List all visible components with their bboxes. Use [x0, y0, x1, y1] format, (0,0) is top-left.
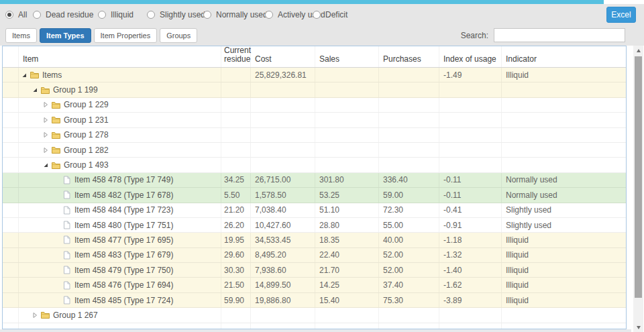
cell-purchases: [379, 113, 439, 127]
filter-option-label: All: [18, 10, 27, 19]
tree-row[interactable]: Item 458 476 (Type 17 694)21.5014,899.50…: [3, 278, 626, 292]
column-header-cost[interactable]: Cost: [251, 46, 315, 67]
tree-row[interactable]: Item 458 482 (Type 17 678)5.501,578.5053…: [3, 188, 626, 203]
tree-row[interactable]: Items25,829,326.81-1.49Illiquid: [3, 68, 626, 82]
tree-node-label: Item 458 482 (Type 17 678): [74, 190, 173, 200]
cell-indicator: Illiquid: [502, 263, 626, 277]
row-gutter-cell: [3, 308, 19, 322]
cell-index-of-usage: -1.40: [439, 263, 502, 277]
tab-items[interactable]: Items: [5, 28, 37, 43]
row-gutter-cell: [3, 82, 19, 97]
filter-option-label: Normally used: [216, 10, 268, 19]
cell-item: Group 1 267: [19, 308, 221, 322]
tab-item-properties[interactable]: Item Properties: [94, 28, 158, 43]
cell-item: Item 458 483 (Type 17 679): [19, 248, 221, 262]
tab-groups[interactable]: Groups: [160, 28, 197, 43]
cell-purchases: 72.30: [379, 203, 439, 217]
tree-row[interactable]: Item 458 480 (Type 17 751)26.2010,427.60…: [3, 218, 626, 233]
cell-current-residue: 26.20: [221, 218, 251, 232]
cell-index-of-usage: [439, 158, 502, 172]
radio-button-icon: [33, 11, 41, 19]
tree-row[interactable]: Group 1 231: [3, 113, 626, 127]
column-header-current-residue[interactable]: Current residue: [221, 46, 251, 67]
cell-current-residue: 21.50: [221, 278, 251, 292]
column-header-sales[interactable]: Sales: [315, 46, 379, 67]
filter-radio-slightly-used[interactable]: Slightly used: [147, 4, 205, 25]
cell-item: Item 458 478 (Type 17 749): [19, 173, 221, 187]
tree-row[interactable]: Group 1 199: [3, 82, 626, 97]
row-gutter-cell: [3, 98, 19, 112]
cell-cost: 1,578.50: [251, 188, 315, 202]
column-header-purchases[interactable]: Purchases: [379, 46, 439, 67]
tree-node-label: Group 1 267: [53, 311, 98, 320]
collapse-arrow-icon[interactable]: [31, 311, 39, 319]
filter-radio-illiquid[interactable]: Illiquid: [98, 4, 133, 25]
cell-purchases: [379, 98, 439, 112]
tree-row[interactable]: Group 1 493: [3, 158, 626, 172]
tree-row[interactable]: Item 458 478 (Type 17 749)34.2526,715.00…: [3, 173, 626, 188]
vertical-scrollbar[interactable]: [633, 46, 643, 332]
column-header-index-of-usage[interactable]: Index of usage: [439, 46, 502, 67]
scroll-down-button[interactable]: [633, 323, 643, 332]
cell-purchases: [379, 82, 439, 97]
excel-export-button[interactable]: Excel: [606, 7, 636, 23]
column-header-indicator[interactable]: Indicator: [502, 46, 626, 67]
filter-radio-deficit[interactable]: Deficit: [313, 4, 347, 25]
search-label: Search:: [461, 31, 488, 40]
tab-item-types[interactable]: Item Types: [40, 28, 91, 43]
cell-current-residue: [221, 143, 251, 157]
collapse-arrow-icon[interactable]: [42, 116, 50, 124]
tree-row[interactable]: Item 458 477 (Type 17 695)19.9534,533.45…: [3, 233, 626, 247]
tree-row[interactable]: Group 1 267: [3, 308, 626, 323]
scroll-up-button[interactable]: [633, 46, 643, 55]
cell-sales: [315, 158, 379, 172]
cell-purchases: 52.00: [379, 263, 439, 277]
tree-node-label: Items: [42, 70, 62, 80]
cell-index-of-usage: -1.32: [439, 248, 502, 262]
scrollbar-thumb[interactable]: [635, 56, 642, 298]
radio-button-icon: [5, 11, 13, 19]
search-input[interactable]: [494, 28, 625, 42]
tree-row[interactable]: Item 458 479 (Type 17 750)30.307,938.602…: [3, 263, 626, 278]
cell-sales: 22.40: [315, 248, 379, 262]
filter-option-label: Illiquid: [111, 10, 133, 19]
cell-cost: [251, 143, 315, 157]
document-icon: [61, 205, 72, 215]
cell-current-residue: 21.20: [221, 203, 251, 217]
cell-indicator: Illiquid: [502, 233, 626, 247]
collapse-arrow-icon[interactable]: [42, 131, 50, 139]
expand-arrow-icon[interactable]: [20, 71, 28, 79]
cell-cost: 8,495.20: [251, 248, 315, 262]
tree-row[interactable]: Item 458 484 (Type 17 723)21.207,038.405…: [3, 203, 626, 218]
cell-index-of-usage: -3.89: [439, 293, 502, 307]
folder-icon: [50, 146, 61, 155]
cell-sales: 53.25: [315, 188, 379, 202]
cell-current-residue: 29.60: [221, 248, 251, 262]
expand-arrow-icon[interactable]: [42, 161, 50, 169]
tree-row[interactable]: Group 1 229: [3, 98, 626, 113]
expand-arrow-icon[interactable]: [31, 86, 39, 94]
folder-icon: [50, 130, 61, 140]
cell-sales: 51.10: [315, 203, 379, 217]
cell-index-of-usage: -1.49: [439, 68, 502, 82]
cell-current-residue: [221, 82, 251, 97]
collapse-arrow-icon[interactable]: [42, 146, 50, 154]
document-icon: [61, 296, 72, 305]
filter-radio-dead-residue[interactable]: Dead residue: [33, 4, 93, 25]
cell-cost: 7,938.60: [251, 263, 315, 277]
filter-radio-all[interactable]: All: [5, 4, 27, 25]
tree-row[interactable]: Group 1 282: [3, 143, 626, 158]
column-header-item[interactable]: Item: [19, 46, 221, 67]
collapse-arrow-icon[interactable]: [42, 101, 50, 109]
cell-index-of-usage: -0.41: [439, 203, 502, 217]
cell-indicator: [502, 143, 626, 157]
grid-body: Items25,829,326.81-1.49IlliquidGroup 1 1…: [3, 68, 626, 329]
folder-icon: [40, 85, 50, 95]
cell-current-residue: [221, 158, 251, 172]
cell-indicator: Illiquid: [502, 248, 626, 262]
tree-row[interactable]: Group 1 278: [3, 128, 626, 143]
tree-row[interactable]: Item 458 485 (Type 17 724)59.9019,886.80…: [3, 293, 626, 308]
cell-current-residue: 30.30: [221, 263, 251, 277]
tree-row[interactable]: Item 458 483 (Type 17 679)29.608,495.202…: [3, 248, 626, 263]
filter-radio-normally-used[interactable]: Normally used: [203, 4, 268, 25]
